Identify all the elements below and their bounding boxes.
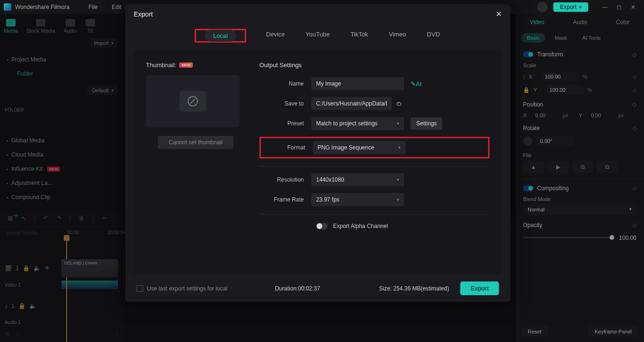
eye-icon[interactable]: 👁 xyxy=(44,265,50,272)
browse-folder-icon[interactable]: 🗀 xyxy=(396,100,402,107)
export-tab-tiktok[interactable]: TikTok xyxy=(350,29,369,43)
tab-stock-media[interactable]: Stock Media xyxy=(26,19,55,34)
folder-label: FOLDER xyxy=(5,107,118,113)
avatar[interactable] xyxy=(537,2,548,12)
framerate-select[interactable]: 23.97 fps▾ xyxy=(311,193,404,206)
rsubtab-mask[interactable]: Mask xyxy=(549,33,573,43)
tab-titles[interactable]: Tit xyxy=(86,19,95,34)
video-track-label: Video 1 xyxy=(5,282,21,288)
minimize-icon[interactable]: — xyxy=(598,4,612,10)
export-tab-vimeo[interactable]: Vimeo xyxy=(388,29,407,43)
export-button[interactable]: Export xyxy=(460,281,499,295)
reset-button[interactable]: Reset xyxy=(521,326,548,337)
default-button[interactable]: Default xyxy=(87,86,118,95)
tab-audio[interactable]: Audio xyxy=(64,19,77,34)
tree-global-media[interactable]: ▸Global Media xyxy=(0,133,123,148)
lock-icon[interactable]: 🔒 xyxy=(23,265,30,272)
inspector-panel: Video Audio Color Basic Mask AI Tools Tr… xyxy=(515,14,644,342)
paste-icon[interactable]: ⧉ xyxy=(597,161,618,173)
close-icon[interactable]: ✕ xyxy=(496,9,502,18)
duration-label: Duration: xyxy=(275,285,298,292)
transform-toggle[interactable] xyxy=(523,52,533,57)
flip-v-icon[interactable]: ▶ xyxy=(548,161,568,173)
keyframe-panel-button[interactable]: Keyframe Panel xyxy=(588,326,638,337)
thumbnail-label: Thumbnail: xyxy=(146,61,176,69)
rtab-color[interactable]: Color xyxy=(616,19,630,26)
delete-icon[interactable]: 🗑 xyxy=(79,215,85,221)
app-name: Wondershare Filmora xyxy=(15,4,69,10)
export-header-button[interactable]: Export xyxy=(553,2,588,12)
keyframe-icon[interactable]: ◇ xyxy=(632,125,636,132)
tree-compound-clip[interactable]: ▸Compound Clip xyxy=(0,190,123,204)
video-clip[interactable]: CELAND | Cinem xyxy=(61,259,118,277)
pos-y-value[interactable]: 0.00 xyxy=(591,113,615,118)
rsubtab-ai[interactable]: AI Tools xyxy=(576,33,606,43)
blend-label: Blend Mode xyxy=(523,196,636,202)
undo-icon[interactable]: ↶ xyxy=(43,215,48,221)
name-input[interactable] xyxy=(311,77,404,90)
ruler-time-0: :00:00 xyxy=(66,230,79,235)
import-button[interactable]: Import xyxy=(89,38,118,48)
tool-pointer-icon[interactable]: ↖ xyxy=(21,215,26,221)
tree-project-media[interactable]: ▾Project Media xyxy=(0,53,123,67)
keyframe-icon[interactable]: ◇ xyxy=(632,51,636,58)
saveto-label: Save to xyxy=(259,100,311,107)
export-tab-local[interactable]: Local xyxy=(205,30,236,42)
opacity-slider[interactable] xyxy=(523,237,614,238)
tab-media[interactable]: Media xyxy=(4,19,18,34)
export-tab-dvd[interactable]: DVD xyxy=(426,29,441,43)
lock-icon[interactable]: 🔒 xyxy=(18,303,26,309)
tool-grid-icon[interactable]: ▦ xyxy=(8,215,13,221)
tree-influence-kit[interactable]: ▸Influence KitNEW xyxy=(0,162,123,176)
tree-cloud-media[interactable]: ▸Cloud Media xyxy=(0,148,123,162)
audio-track-icon[interactable]: ♪ xyxy=(5,303,8,309)
use-last-checkbox[interactable] xyxy=(137,285,143,292)
menu-edit[interactable]: Edit xyxy=(112,4,122,10)
opacity-value[interactable]: 100.00 xyxy=(619,235,636,241)
mute-icon[interactable]: 🔈 xyxy=(34,265,41,272)
scale-x-input[interactable]: 100.00 xyxy=(541,72,579,81)
mute-icon[interactable]: 🔈 xyxy=(29,303,36,309)
menu-file[interactable]: File xyxy=(88,4,97,10)
scale-label: Scale xyxy=(523,62,636,68)
tree-adjustment-layer[interactable]: ▸Adjustment La... xyxy=(0,176,123,190)
flip-h-icon[interactable]: ▲ xyxy=(523,161,544,173)
transform-label: Transform xyxy=(537,51,563,58)
use-last-label: Use last export settings for local xyxy=(147,285,227,292)
playhead[interactable] xyxy=(66,238,67,342)
compositing-toggle[interactable] xyxy=(523,185,533,191)
saveto-input[interactable] xyxy=(311,97,392,110)
ai-icon[interactable]: ✎AI xyxy=(411,80,421,88)
pos-x-value[interactable]: 0.00 xyxy=(535,113,559,118)
alpha-toggle[interactable] xyxy=(316,223,327,229)
audio-waveform[interactable] xyxy=(61,281,118,289)
thumbnail-preview xyxy=(146,75,240,127)
export-modal: Export ✕ Local Device YouTube TikTok Vim… xyxy=(125,4,510,302)
flip-label: Flip xyxy=(523,152,636,158)
redo-icon[interactable]: ↷ xyxy=(57,215,61,221)
maximize-icon[interactable]: ◻ xyxy=(612,4,626,10)
scale-y-input[interactable]: 100.00 xyxy=(546,85,584,95)
format-select[interactable]: PNG Image Sequence▾ xyxy=(313,141,405,154)
preset-select[interactable]: Match to project settings▾ xyxy=(311,117,404,130)
rsubtab-basic[interactable]: Basic xyxy=(521,33,545,43)
keyframe-icon[interactable]: ◇ xyxy=(633,74,636,80)
copy-icon[interactable]: ⧉ xyxy=(572,161,593,173)
keyframe-icon[interactable]: ◇ xyxy=(632,185,636,192)
rotate-input[interactable]: 0.00° xyxy=(536,136,574,146)
rotate-knob-icon[interactable] xyxy=(523,136,532,146)
video-track-icon[interactable]: 🎬 xyxy=(5,265,12,272)
rtab-audio[interactable]: Audio xyxy=(573,19,588,26)
tree-folder[interactable]: Folder xyxy=(0,67,123,81)
resolution-select[interactable]: 1440x1080▾ xyxy=(311,173,404,186)
export-tab-device[interactable]: Device xyxy=(265,29,286,43)
preset-settings-button[interactable]: Settings xyxy=(411,117,442,130)
close-window-icon[interactable]: ✕ xyxy=(626,4,640,10)
rtab-video[interactable]: Video xyxy=(530,19,544,26)
blend-mode-select[interactable]: Normal▾ xyxy=(523,204,636,215)
export-tab-youtube[interactable]: YouTube xyxy=(305,29,331,43)
keyframe-icon[interactable]: ◇ xyxy=(632,222,636,228)
cut-icon[interactable]: ✂ xyxy=(102,215,107,221)
keyframe-icon[interactable]: ◇ xyxy=(632,101,636,108)
keyframe-icon[interactable]: ◇ xyxy=(633,87,636,93)
